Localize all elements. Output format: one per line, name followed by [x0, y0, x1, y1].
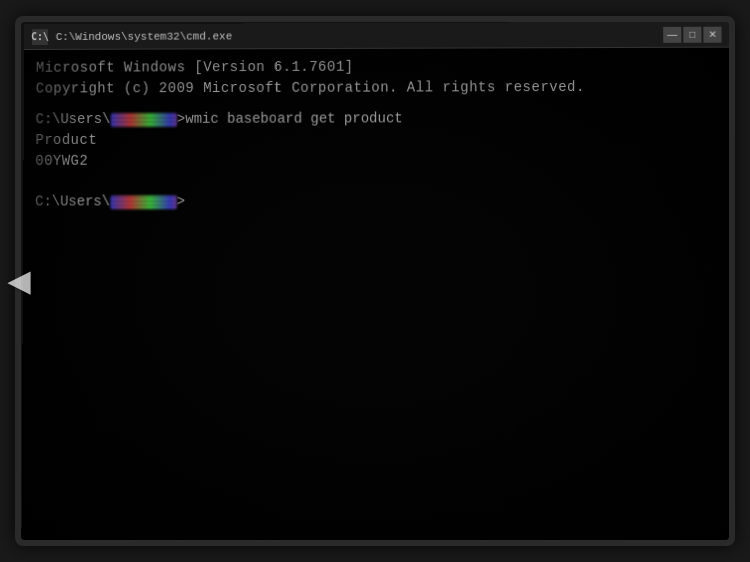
screen-outer: C:\ C:\Windows\system32\cmd.exe — □ ✕ Mi…: [21, 22, 729, 540]
cmd-titlebar: C:\ C:\Windows\system32\cmd.exe — □ ✕: [24, 22, 729, 50]
terminal-line-copyright: Copyright (c) 2009 Microsoft Corporation…: [36, 77, 718, 100]
close-button[interactable]: ✕: [703, 26, 721, 42]
back-arrow-icon[interactable]: ◀: [8, 265, 30, 298]
username-blurred-1: [110, 112, 177, 126]
cmd-controls: — □ ✕: [663, 26, 721, 42]
cmd-icon-label: C:\: [31, 31, 49, 42]
cmd-body: Microsoft Windows [Version 6.1.7601] Cop…: [21, 48, 729, 540]
username-blurred-2: [110, 195, 177, 209]
terminal-line-prompt2: C:\Users\ >: [35, 191, 718, 213]
terminal-line-version: Microsoft Windows [Version 6.1.7601]: [36, 56, 718, 79]
monitor-bezel: C:\ C:\Windows\system32\cmd.exe — □ ✕ Mi…: [15, 16, 735, 546]
prompt1-suffix: >wmic baseboard get product: [177, 108, 403, 129]
cmd-title-text: C:\Windows\system32\cmd.exe: [56, 28, 655, 42]
cmd-icon: C:\: [32, 29, 48, 45]
prompt1-prefix: C:\Users\: [36, 109, 111, 130]
terminal-output-value: 00YWG2: [35, 150, 718, 172]
terminal-line-command: C:\Users\ >wmic baseboard get product: [36, 108, 718, 131]
maximize-button[interactable]: □: [683, 26, 701, 42]
prompt2-prefix: C:\Users\: [35, 191, 110, 212]
screen-inner: C:\ C:\Windows\system32\cmd.exe — □ ✕ Mi…: [21, 22, 729, 540]
prompt2-suffix: >: [177, 191, 185, 212]
minimize-button[interactable]: —: [663, 26, 681, 42]
terminal-output-header: Product: [35, 129, 718, 151]
